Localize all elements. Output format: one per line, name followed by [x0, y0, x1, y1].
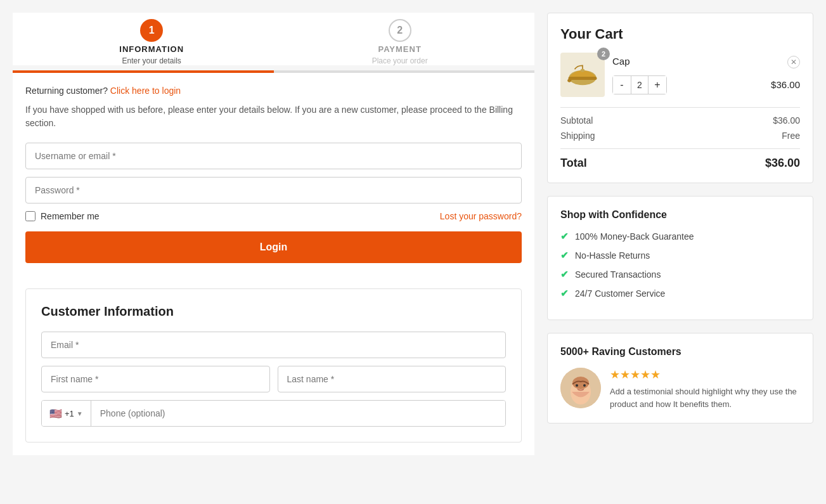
subtotal-label: Subtotal [560, 115, 593, 126]
flag-emoji: 🇺🇸 [49, 408, 62, 420]
qty-decrease-button[interactable]: - [613, 76, 631, 94]
shipping-label: Shipping [560, 131, 595, 141]
step-title-2: PAYMENT [378, 44, 421, 54]
shipping-row: Shipping Free [560, 131, 800, 141]
cart-box: Your Cart 2 [547, 13, 813, 183]
testimonial-content: ★★★★★ Add a testimonial should highlight… [560, 368, 800, 410]
confidence-item-1: ✔ 100% Money-Back Guarantee [560, 231, 800, 242]
check-icon-1: ✔ [560, 231, 569, 242]
cart-item-name: Cap [612, 56, 630, 67]
info-text: If you have shopped with us before, plea… [25, 103, 522, 130]
phone-row: 🇺🇸 +1 ▼ [41, 400, 506, 427]
confidence-item-3: ✔ Secured Transactions [560, 269, 800, 280]
first-name-input[interactable] [41, 366, 270, 392]
subtotal-row: Subtotal $36.00 [560, 115, 800, 126]
step-subtitle-1: Enter your details [122, 56, 181, 65]
cart-item-top: Cap ✕ [612, 56, 800, 72]
check-icon-3: ✔ [560, 269, 569, 280]
testimonial-text: Add a testimonial should highlight why t… [610, 385, 800, 410]
confidence-item-4: ✔ 24/7 Customer Service [560, 288, 800, 299]
qty-value: 2 [631, 76, 649, 94]
remember-label: Remember me [41, 211, 100, 221]
customer-info-title: Customer Information [41, 304, 506, 319]
step-circle-1: 1 [140, 19, 163, 42]
total-value: $36.00 [765, 157, 800, 170]
step-title-1: INFORMATION [119, 44, 184, 54]
step-information: 1 INFORMATION Enter your details [119, 19, 184, 65]
cart-title: Your Cart [560, 26, 800, 42]
cart-item: 2 Cap ✕ - 2 + $36.00 [560, 53, 800, 97]
testimonial-avatar [560, 368, 601, 408]
qty-increase-button[interactable]: + [649, 76, 666, 94]
total-row: Total $36.00 [560, 157, 800, 170]
last-name-input[interactable] [278, 366, 507, 392]
testimonial-title: 5000+ Raving Customers [560, 346, 800, 358]
password-input[interactable] [25, 177, 522, 204]
check-icon-2: ✔ [560, 250, 569, 261]
cart-item-badge: 2 [597, 48, 610, 60]
confidence-title: Shop with Confidence [560, 209, 800, 221]
customer-info-section: Customer Information 🇺🇸 +1 ▼ [25, 288, 522, 443]
phone-flag-selector[interactable]: 🇺🇸 +1 ▼ [42, 401, 91, 426]
testimonial-stars: ★★★★★ [610, 368, 800, 382]
login-link[interactable]: Click here to login [110, 86, 181, 96]
phone-input[interactable] [91, 401, 505, 426]
remember-checkbox[interactable] [25, 211, 35, 221]
svg-rect-1 [569, 77, 597, 80]
returning-customer-text: Returning customer? Click here to login [25, 86, 522, 96]
cart-item-info: Cap ✕ - 2 + $36.00 [612, 56, 800, 94]
testimonial-text-wrap: ★★★★★ Add a testimonial should highlight… [610, 368, 800, 410]
cart-divider-2 [560, 148, 800, 149]
subtotal-value: $36.00 [773, 115, 800, 126]
confidence-box: Shop with Confidence ✔ 100% Money-Back G… [547, 196, 813, 320]
cart-item-qty: - 2 + [612, 75, 667, 94]
cart-item-price: $36.00 [771, 79, 800, 90]
cart-divider [560, 107, 800, 108]
cart-item-image-wrap: 2 [560, 53, 605, 97]
testimonial-box: 5000+ Raving Customers [547, 333, 813, 423]
svg-point-8 [583, 384, 586, 387]
username-input[interactable] [25, 143, 522, 169]
step-circle-2: 2 [389, 19, 411, 42]
cart-item-image [560, 53, 605, 97]
remember-row: Remember me Lost your password? [25, 211, 522, 221]
total-label: Total [560, 157, 587, 170]
lost-password-link[interactable]: Lost your password? [440, 211, 522, 221]
check-icon-4: ✔ [560, 288, 569, 299]
step-subtitle-2: Place your order [372, 56, 428, 65]
chevron-down-icon: ▼ [77, 410, 83, 417]
name-row [41, 366, 506, 392]
shipping-value: Free [782, 131, 800, 141]
confidence-item-2: ✔ No-Hassle Returns [560, 250, 800, 261]
remove-item-button[interactable]: ✕ [787, 56, 800, 68]
step-payment: 2 PAYMENT Place your order [372, 19, 428, 65]
svg-point-2 [581, 68, 585, 72]
login-button[interactable]: Login [25, 231, 522, 263]
svg-point-7 [576, 384, 578, 387]
phone-code: +1 [65, 409, 74, 418]
email-input[interactable] [41, 332, 506, 358]
